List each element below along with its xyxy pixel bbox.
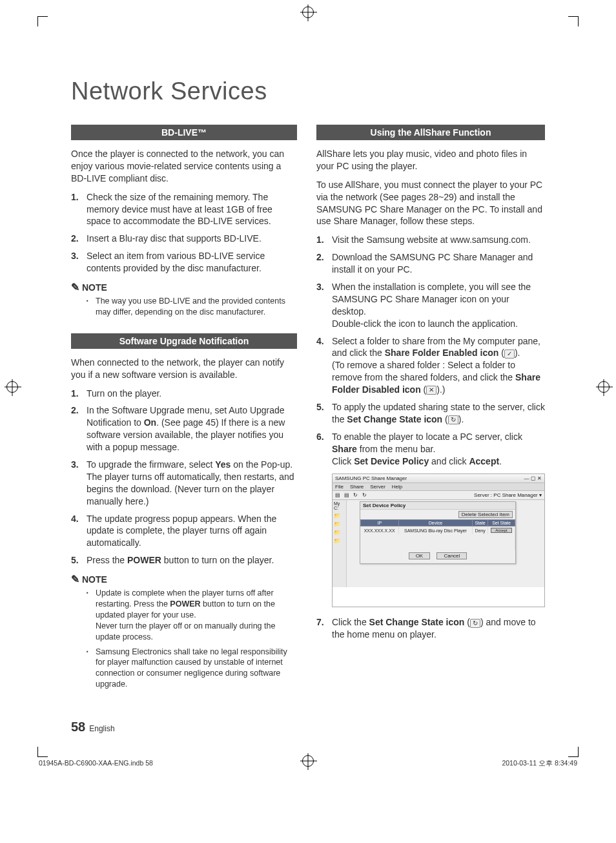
allshare-step-1: Visit the Samsung website at www.samsung… [332, 234, 545, 246]
bdlive-note-1: The way you use BD-LIVE and the provided… [96, 296, 297, 318]
th-set-state: Set State [488, 520, 515, 526]
upgrade-note-1: Update is complete when the player turns… [96, 588, 297, 642]
bdlive-intro: Once the player is connected to the netw… [71, 148, 297, 185]
section-upgrade-heading: Software Upgrade Notification [71, 333, 297, 349]
set-change-state-icon: ↻ [448, 415, 458, 424]
bdlive-step-3: Select an item from various BD-LIVE serv… [87, 250, 297, 275]
th-ip: IP [361, 520, 399, 526]
allshare-step-7: Click the Set Change State icon (↻) and … [332, 616, 545, 641]
upgrade-step-1: Turn on the player. [87, 388, 297, 400]
upgrade-step-3: To upgrade the firmware, select Yes on t… [87, 459, 297, 508]
allshare-step-4: Select a folder to share from the My com… [332, 335, 545, 396]
sidebar-label: My C: [334, 501, 345, 510]
registration-mark-icon [6, 381, 18, 393]
page-number: 58 [71, 720, 85, 734]
folder-icon: 📁 [334, 530, 345, 536]
set-device-policy-dialog: Set Device Policy Delete Selected Item I… [360, 501, 516, 564]
folder-icon: 📁 [334, 521, 345, 527]
ok-button: OK [409, 552, 431, 559]
upgrade-step-5: Press the POWER button to turn on the pl… [87, 554, 297, 567]
note-label: NOTE [82, 282, 107, 293]
allshare-intro-2: To use AllShare, you must connect the pl… [316, 179, 545, 228]
set-change-state-icon: ↻ [470, 619, 480, 628]
bdlive-step-2: Insert a Blu-ray disc that supports BD-L… [87, 233, 297, 245]
th-device: Device [398, 520, 472, 526]
window-controls-icon: — ▢ ✕ [524, 475, 542, 481]
print-file: 01945A-BD-C6900-XAA-ENG.indb 58 [39, 759, 153, 768]
note-label: NOTE [82, 574, 107, 585]
allshare-intro-1: AllShare lets you play music, video and … [316, 148, 545, 172]
bullet-icon: ▪ [87, 588, 96, 642]
toolbar-icon: ▤ [344, 492, 349, 498]
page-language: English [89, 724, 114, 733]
toolbar-icon: ▤ [335, 492, 340, 498]
section-bd-live-heading: BD-LIVE™ [71, 125, 297, 140]
bullet-icon: ▪ [87, 647, 96, 691]
registration-mark-icon [302, 6, 314, 18]
upgrade-intro: When connected to the network, the playe… [71, 357, 297, 381]
upgrade-note-2: Samsung Electronics shall take no legal … [96, 647, 297, 691]
row-device: SAMSUNG Blu-ray Disc Player [398, 526, 472, 535]
share-manager-screenshot: SAMSUNG PC Share Manager — ▢ ✕ File Shar… [332, 474, 545, 607]
toolbar-server-label: Server : PC Share Manager ▾ [474, 492, 542, 498]
app-title: SAMSUNG PC Share Manager [335, 475, 407, 481]
bdlive-step-1: Check the size of the remaining memory. … [87, 191, 297, 228]
row-state: Deny [473, 526, 488, 535]
delete-selected-button: Delete Selected Item [458, 511, 513, 518]
section-allshare-heading: Using the AllShare Function [316, 125, 545, 140]
menu-help: Help [392, 484, 402, 490]
allshare-step-5: To apply the updated sharing state to th… [332, 401, 545, 426]
allshare-step-6: To enable the player to locate a PC serv… [332, 431, 545, 468]
cancel-button: Cancel [436, 552, 467, 559]
allshare-step-2: Download the SAMSUNG PC Share Manager an… [332, 251, 545, 276]
print-timestamp: 2010-03-11 오후 8:34:49 [502, 759, 577, 768]
share-enabled-icon: ✓ [504, 349, 515, 359]
toolbar-icon: ↻ [353, 492, 358, 498]
pencil-icon: ✎ [71, 573, 79, 585]
dialog-title: Set Device Policy [360, 502, 515, 510]
row-ip: XXX.XXX.X.XX [361, 526, 399, 535]
pencil-icon: ✎ [71, 281, 79, 293]
folder-icon: 📁 [334, 513, 345, 519]
share-disabled-icon: ✕ [426, 386, 436, 395]
registration-mark-icon [598, 381, 610, 393]
allshare-step-3: When the installation is complete, you w… [332, 281, 545, 330]
menu-server: Server [370, 484, 385, 490]
folder-icon: 📁 [334, 538, 345, 544]
upgrade-step-2: In the Software Upgrade menu, set Auto U… [87, 404, 297, 453]
menu-share: Share [350, 484, 364, 490]
bullet-icon: ▪ [87, 296, 96, 318]
page-title: Network Services [71, 78, 545, 105]
th-state: State [473, 520, 488, 526]
menu-file: File [335, 484, 344, 490]
accept-button: Accept [491, 528, 511, 533]
toolbar-icon: ↻ [362, 492, 367, 498]
upgrade-step-4: The update progress popup appears. When … [87, 513, 297, 550]
